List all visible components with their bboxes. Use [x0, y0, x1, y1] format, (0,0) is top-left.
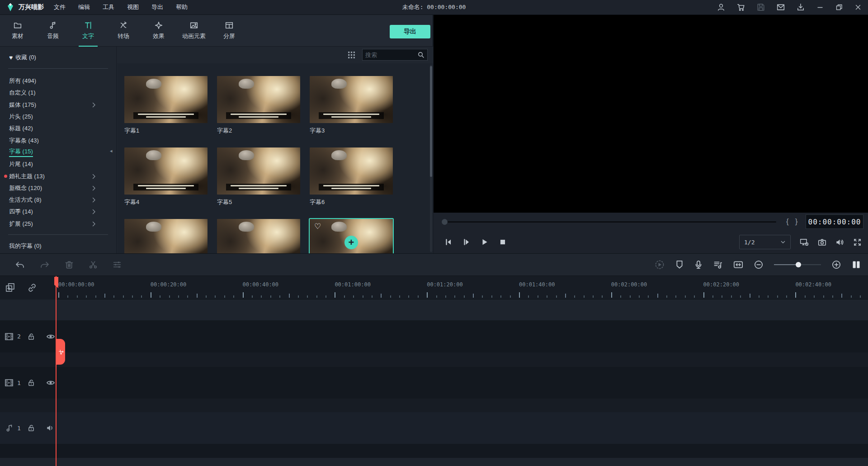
sidebar-category-item[interactable]: 四季 (14)	[0, 206, 116, 218]
render-preview-icon[interactable]	[655, 260, 665, 270]
text-preset-thumbnail[interactable]: ♡ +	[124, 147, 208, 195]
video-track-1-lane[interactable]	[0, 367, 868, 399]
tab-audio[interactable]: 音频	[40, 15, 66, 47]
tab-effects[interactable]: 效果	[146, 15, 172, 47]
seek-handle[interactable]	[442, 219, 448, 225]
menu-编辑[interactable]: 编辑	[78, 3, 90, 11]
add-track-icon[interactable]	[5, 283, 15, 293]
sidebar-category-item[interactable]: 字幕 (15)	[0, 147, 116, 158]
menu-视图[interactable]: 视图	[127, 3, 139, 11]
tab-transitions[interactable]: 转场	[110, 15, 137, 47]
video-track-2-lane[interactable]	[0, 320, 868, 352]
account-icon[interactable]	[717, 3, 725, 11]
sidebar-my-subtitles[interactable]: 我的字幕 (0)	[0, 240, 116, 252]
timeline-ruler[interactable]: 00:00:00:0000:00:20:0000:00:40:0000:01:0…	[57, 276, 868, 300]
zoom-to-fit-icon[interactable]	[733, 260, 743, 269]
sidebar-category-item[interactable]: 婚礼主题 (13)	[0, 170, 116, 182]
play-button[interactable]	[481, 238, 489, 246]
download-icon[interactable]	[797, 3, 805, 11]
stop-button[interactable]	[499, 238, 507, 246]
eye-visibility-icon[interactable]	[46, 333, 55, 340]
text-preset-item[interactable]: ♡ + 字幕2	[217, 76, 300, 138]
sidebar-category-item[interactable]: 自定义 (1)	[0, 87, 116, 99]
next-frame-button[interactable]	[462, 238, 471, 246]
minimize-button[interactable]	[816, 4, 824, 11]
marker-icon[interactable]	[675, 260, 684, 269]
tab-media[interactable]: 素材	[5, 15, 31, 47]
text-preset-item[interactable]: ♡ + 字幕1	[124, 76, 208, 138]
unlock-icon[interactable]	[27, 379, 35, 387]
mail-icon[interactable]	[777, 3, 785, 11]
text-preset-item[interactable]: ♡ + 字幕3	[310, 76, 393, 138]
favorite-heart-icon[interactable]: ♡	[314, 222, 321, 231]
link-icon[interactable]	[27, 283, 37, 293]
text-preset-item[interactable]: ♡ + 字幕9	[310, 219, 393, 253]
split-scissors-icon[interactable]	[89, 260, 98, 269]
playhead-split-button[interactable]	[56, 339, 65, 365]
playhead-line[interactable]	[56, 276, 57, 466]
text-preset-thumbnail[interactable]: ♡ +	[217, 76, 300, 123]
sidebar-category-item[interactable]: 生活方式 (8)	[0, 194, 116, 206]
export-button[interactable]: 导出	[390, 25, 430, 38]
chevron-right-icon[interactable]	[92, 102, 96, 108]
previous-frame-button[interactable]	[444, 238, 453, 246]
restore-button[interactable]	[835, 4, 843, 11]
text-preset-item[interactable]: ♡ + 字幕8	[217, 219, 300, 253]
text-preset-thumbnail[interactable]: ♡ +	[310, 76, 393, 123]
menu-导出[interactable]: 导出	[151, 3, 163, 11]
delete-icon[interactable]	[65, 260, 74, 269]
display-settings-icon[interactable]	[800, 238, 809, 247]
save-icon[interactable]	[757, 3, 765, 11]
mark-out-icon[interactable]: }	[795, 217, 798, 226]
chevron-right-icon[interactable]	[92, 221, 96, 227]
chevron-right-icon[interactable]	[92, 185, 96, 191]
chevron-right-icon[interactable]	[92, 174, 96, 179]
cart-icon[interactable]	[737, 3, 745, 11]
tab-elements[interactable]: 动画元素	[181, 15, 207, 47]
chevron-right-icon[interactable]	[92, 209, 96, 214]
tab-split-screen[interactable]: 分屏	[216, 15, 242, 47]
adjust-sliders-icon[interactable]	[113, 260, 122, 269]
seek-bar[interactable]	[442, 221, 776, 223]
zoom-in-icon[interactable]	[832, 260, 841, 269]
menu-工具[interactable]: 工具	[103, 3, 114, 11]
sidebar-collapse-icon[interactable]: ◂	[110, 147, 114, 154]
mute-speaker-icon[interactable]	[835, 238, 844, 247]
text-preset-item[interactable]: ♡ + 字幕5	[217, 147, 300, 210]
text-preset-item[interactable]: ♡ + 字幕6	[310, 147, 393, 210]
unlock-icon[interactable]	[27, 424, 35, 432]
redo-icon[interactable]	[40, 260, 50, 269]
search-input[interactable]	[365, 52, 417, 58]
video-viewport[interactable]	[434, 15, 868, 213]
sidebar-favorites[interactable]: ♥ 收藏 (0)	[0, 51, 116, 64]
sidebar-category-item[interactable]: 字幕条 (43)	[0, 134, 116, 146]
tab-text[interactable]: 文字	[75, 15, 101, 47]
close-button[interactable]	[854, 4, 862, 11]
text-preset-thumbnail[interactable]: ♡ +	[310, 219, 393, 253]
sidebar-category-item[interactable]: 扩展 (25)	[0, 218, 116, 230]
zoom-slider-handle[interactable]	[796, 262, 801, 267]
fullscreen-icon[interactable]	[853, 238, 862, 247]
menu-文件[interactable]: 文件	[54, 3, 66, 11]
text-preset-item[interactable]: ♡ + 字幕4	[124, 147, 208, 210]
text-preset-thumbnail[interactable]: ♡ +	[124, 219, 208, 253]
sidebar-category-item[interactable]: 所有 (494)	[0, 75, 116, 87]
sidebar-category-item[interactable]: 新概念 (120)	[0, 182, 116, 194]
text-preset-thumbnail[interactable]: ♡ +	[124, 76, 208, 123]
eye-visibility-icon[interactable]	[46, 379, 55, 386]
text-preset-item[interactable]: ♡ + 字幕7	[124, 219, 208, 253]
preview-quality-dropdown[interactable]: 1/2	[739, 235, 791, 249]
chevron-right-icon[interactable]	[92, 197, 96, 203]
search-icon[interactable]	[417, 51, 425, 58]
timeline-zoom-slider[interactable]	[774, 264, 821, 265]
sidebar-category-item[interactable]: 标题 (42)	[0, 123, 116, 134]
panel-layout-icon[interactable]	[852, 261, 861, 269]
menu-帮助[interactable]: 帮助	[176, 3, 188, 11]
text-preset-thumbnail[interactable]: ♡ +	[217, 147, 300, 195]
unlock-icon[interactable]	[27, 333, 35, 341]
sidebar-category-item[interactable]: 媒体 (175)	[0, 99, 116, 111]
text-preset-thumbnail[interactable]: ♡ +	[217, 219, 300, 253]
search-box[interactable]	[362, 49, 428, 61]
grid-view-icon[interactable]	[348, 51, 355, 59]
undo-icon[interactable]	[15, 260, 25, 269]
